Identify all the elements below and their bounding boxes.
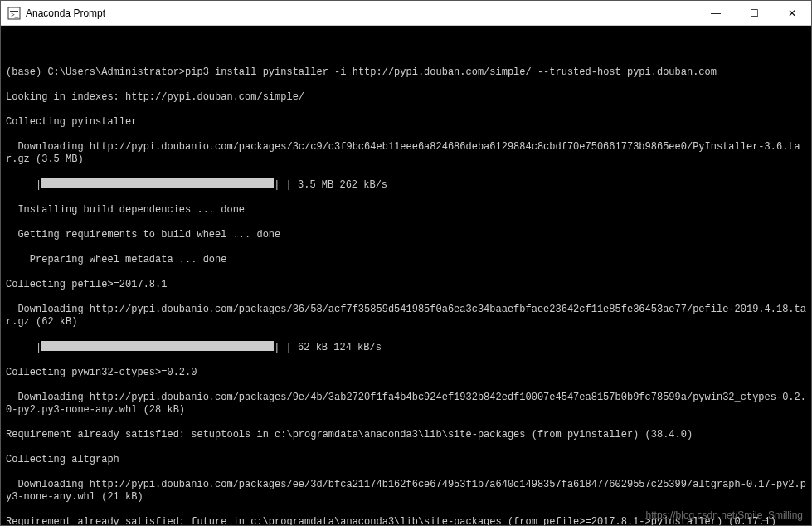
titlebar[interactable]: >_ Anaconda Prompt — ☐ ✕ (1, 1, 811, 26)
minimize-button[interactable]: — (697, 1, 735, 25)
output-line: Installing build dependencies ... done (6, 204, 806, 217)
output-line: Requirement already satisfied: setuptool… (6, 429, 806, 441)
empty-line (6, 41, 806, 54)
terminal-area[interactable]: (base) C:\Users\Administrator>pip3 insta… (1, 26, 811, 525)
maximize-icon: ☐ (750, 7, 759, 19)
close-icon: ✕ (788, 7, 796, 19)
output-line: Downloading http://pypi.doubanio.com/pac… (6, 141, 806, 166)
prompt-line: (base) C:\Users\Administrator>pip3 insta… (6, 66, 806, 79)
progress-bar: || (36, 178, 280, 192)
output-line: Getting requirements to build wheel ... … (6, 229, 806, 241)
progress-pad (6, 179, 36, 191)
output-line: Looking in indexes: http://pypi.douban.c… (6, 91, 806, 104)
output-line: Downloading http://pypi.doubanio.com/pac… (6, 392, 806, 416)
minimize-icon: — (711, 7, 721, 19)
app-icon: >_ (7, 7, 21, 20)
window-controls: — ☐ ✕ (697, 1, 811, 25)
output-line: Collecting pyinstaller (6, 116, 806, 129)
output-line: Downloading http://pypi.doubanio.com/pac… (6, 479, 806, 504)
maximize-button[interactable]: ☐ (735, 1, 773, 25)
watermark-text: https://blog.csdn.net/Smile_Smilling (646, 509, 803, 522)
progress-pad (6, 342, 36, 353)
output-line: Preparing wheel metadata ... done (6, 254, 806, 266)
svg-text:>_: >_ (11, 11, 19, 18)
progress-info: | 3.5 MB 262 kB/s (280, 179, 387, 191)
progress-line: || | 62 kB 124 kB/s (6, 341, 806, 354)
prompt-command: pip3 install pyinstaller -i http://pypi.… (185, 66, 717, 78)
progress-info: | 62 kB 124 kB/s (280, 342, 381, 353)
window-frame: >_ Anaconda Prompt — ☐ ✕ (base) C:\Users… (0, 0, 812, 526)
output-line: Collecting pefile>=2017.8.1 (6, 279, 806, 291)
prompt-base: (base) C:\Users\Administrator> (6, 66, 185, 78)
close-button[interactable]: ✕ (773, 1, 811, 25)
progress-bar: || (36, 341, 280, 354)
progress-line: || | 3.5 MB 262 kB/s (6, 178, 806, 192)
output-line: Collecting altgraph (6, 454, 806, 466)
output-line: Downloading http://pypi.doubanio.com/pac… (6, 304, 806, 329)
window-title: Anaconda Prompt (26, 7, 697, 19)
output-line: Collecting pywin32-ctypes>=0.2.0 (6, 367, 806, 379)
